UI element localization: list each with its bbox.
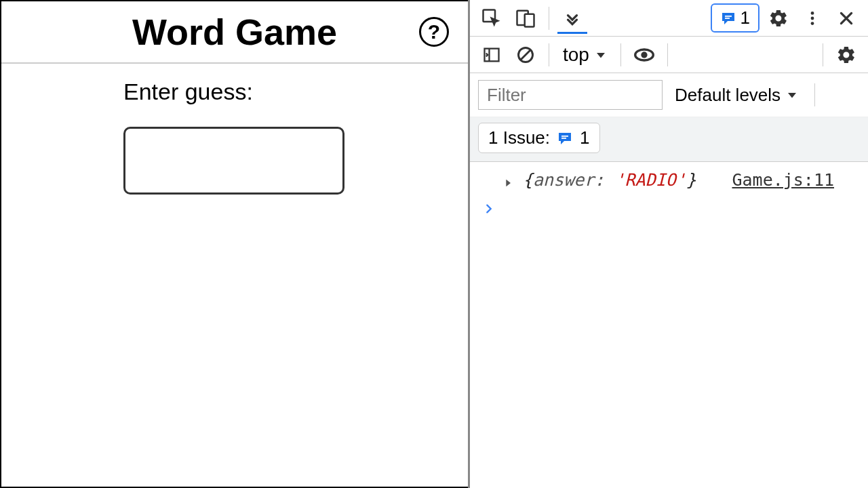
- context-label: top: [563, 44, 589, 66]
- separator: [814, 83, 815, 106]
- console-settings-icon[interactable]: [831, 40, 861, 70]
- filter-input[interactable]: [478, 80, 663, 110]
- page-title: Word Game: [132, 11, 337, 53]
- svg-point-7: [811, 22, 814, 25]
- clear-console-icon[interactable]: [511, 40, 540, 70]
- source-link[interactable]: Game.js:11: [732, 170, 859, 190]
- issues-chip-count: 1: [580, 127, 589, 148]
- execution-context-selector[interactable]: top: [557, 44, 612, 66]
- close-icon[interactable]: [831, 3, 861, 33]
- svg-point-5: [811, 12, 814, 15]
- console-output: {answer: 'RADIO'} Game.js:11: [470, 162, 868, 488]
- svg-point-6: [811, 16, 814, 20]
- console-toolbar: top: [470, 37, 868, 73]
- console-prompt[interactable]: [470, 197, 868, 218]
- issues-chip[interactable]: 1 Issue: 1: [478, 123, 600, 153]
- devtools-tabbar: 1: [470, 0, 868, 37]
- kebab-menu-icon[interactable]: [797, 3, 827, 33]
- show-console-sidebar-icon[interactable]: [477, 40, 507, 70]
- console-log-message[interactable]: {answer: 'RADIO'}: [500, 170, 696, 190]
- separator: [823, 43, 823, 66]
- device-toolbar-icon[interactable]: [511, 3, 540, 33]
- issues-chip-label: 1 Issue:: [488, 127, 550, 148]
- guess-label: Enter guess:: [123, 79, 468, 105]
- separator: [620, 43, 621, 66]
- svg-rect-4: [725, 18, 730, 19]
- console-log-row: {answer: 'RADIO'} Game.js:11: [470, 167, 868, 197]
- separator: [549, 7, 549, 30]
- console-filterbar: Default levels: [470, 73, 868, 117]
- svg-rect-12: [561, 136, 568, 137]
- log-levels-label: Default levels: [675, 85, 781, 106]
- svg-point-11: [641, 52, 647, 58]
- svg-rect-13: [561, 138, 566, 139]
- inspect-element-icon[interactable]: [477, 3, 507, 33]
- help-icon[interactable]: ?: [419, 17, 449, 47]
- message-icon: [557, 130, 573, 146]
- help-icon-glyph: ?: [428, 20, 440, 43]
- message-icon: [720, 10, 736, 26]
- guess-input[interactable]: [123, 127, 344, 195]
- live-expression-icon[interactable]: [629, 40, 659, 70]
- separator: [549, 43, 549, 66]
- separator: [667, 43, 668, 66]
- chevron-right-icon: [484, 203, 494, 214]
- settings-icon[interactable]: [764, 3, 793, 33]
- app-header: Word Game ?: [1, 1, 468, 64]
- svg-rect-2: [525, 14, 534, 26]
- svg-rect-3: [725, 16, 732, 17]
- app-pane: Word Game ? Enter guess:: [0, 0, 468, 488]
- disclosure-triangle-icon[interactable]: [502, 173, 513, 192]
- log-levels-dropdown[interactable]: Default levels: [675, 85, 798, 106]
- issues-bar: 1 Issue: 1: [470, 117, 868, 162]
- tabs-overflow-button[interactable]: [557, 3, 587, 33]
- issues-badge-count: 1: [741, 7, 750, 28]
- app-body: Enter guess:: [1, 64, 468, 195]
- devtools-pane: 1 to: [468, 0, 868, 488]
- chevron-down-icon: [786, 89, 798, 101]
- issues-badge[interactable]: 1: [711, 3, 760, 33]
- chevron-down-icon: [595, 49, 607, 61]
